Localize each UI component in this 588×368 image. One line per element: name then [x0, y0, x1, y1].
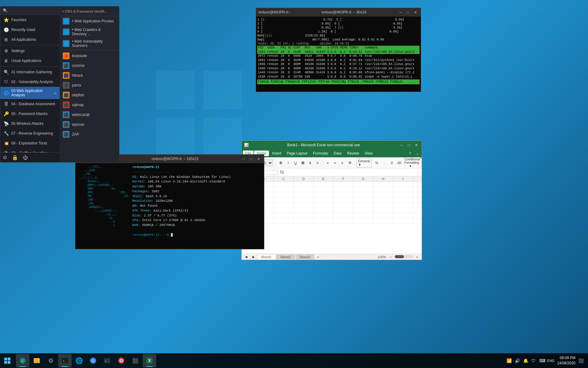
col-header-j[interactable]: J — [413, 176, 422, 181]
sheet-prev-button[interactable]: ◀ — [243, 255, 250, 259]
cell-d4[interactable] — [294, 197, 314, 202]
cell-h1[interactable] — [373, 182, 393, 186]
merge-button[interactable]: ⊞ — [346, 160, 353, 165]
cell-j7[interactable] — [413, 213, 422, 218]
cell-j1[interactable] — [413, 182, 422, 186]
submenu-item-vuln-scanners[interactable]: 🌐 • Web Vulnerability Scanners — [60, 38, 119, 49]
app-item-sqlmap[interactable]: ⬛ sqlmap — [60, 100, 119, 110]
cell-h6[interactable] — [373, 208, 393, 213]
col-header-e[interactable]: E — [314, 176, 334, 181]
excel-help-icon[interactable]: ? — [407, 150, 413, 156]
taskbar-item-browser[interactable]: 🌐 — [72, 354, 86, 367]
cell-c2[interactable] — [274, 187, 294, 192]
sidebar-item-07[interactable]: 🔧 07 - Reverse Engineering — [0, 128, 60, 138]
sidebar-item-09[interactable]: 🕵 09 _ Sniffing Spoofing — [0, 148, 60, 152]
cell-d2[interactable] — [294, 187, 314, 192]
cell-i5[interactable] — [393, 202, 413, 207]
sidebar-item-06[interactable]: 📡 06 Wireless Attacks — [0, 119, 60, 128]
minimize-button[interactable]: ─ — [398, 9, 404, 15]
format-table-button[interactable]: Format asTable ▼ — [419, 157, 422, 168]
taskbar-item-browser2[interactable]: G — [86, 354, 100, 367]
app-item-commix[interactable]: ⬛ commix — [60, 61, 119, 71]
excel-menu-view[interactable]: View — [362, 151, 375, 156]
tray-volume-icon[interactable]: 🔊 — [514, 358, 521, 364]
cell-h8[interactable] — [373, 218, 393, 223]
cell-e4[interactable] — [314, 197, 334, 202]
cell-f8[interactable] — [334, 218, 353, 223]
zoom-slider[interactable] — [395, 255, 413, 258]
taskbar-item-excel[interactable]: X — [143, 354, 156, 367]
col-header-c[interactable]: C — [274, 176, 294, 181]
sidebar-item-04[interactable]: 🗄 04 - Database Assessment — [0, 99, 60, 109]
excel-close[interactable]: ✕ — [413, 142, 419, 148]
underline-button[interactable]: U — [292, 160, 299, 165]
app-item-zap[interactable]: ⬛ ZAP — [60, 129, 119, 139]
excel-menu-data[interactable]: Data — [331, 151, 344, 156]
percent-button[interactable]: % — [373, 160, 380, 165]
align-center-button[interactable]: ≡ — [332, 160, 338, 165]
cell-h2[interactable] — [373, 187, 393, 192]
submenu-header[interactable]: • CMS & Framework Identifi... — [60, 6, 119, 16]
sidebar-item-02[interactable]: 🛡 02 - Vulnerability Analysis — [0, 77, 60, 87]
cell-e2[interactable] — [314, 187, 334, 192]
taskbar-item-unknown[interactable]: ⬛ — [129, 354, 142, 367]
cell-g5[interactable] — [353, 202, 373, 207]
sidebar-item-01[interactable]: 🔍 01 Information Gathering — [0, 67, 60, 77]
sheet-next-button[interactable]: ▶ — [250, 255, 257, 259]
sheet-tab-2[interactable]: Sheet2 — [276, 254, 295, 259]
bold-button[interactable]: B — [277, 160, 284, 165]
tray-notification-area[interactable]: ⬛ — [578, 358, 584, 364]
conditional-format-button[interactable]: ConditionalFormatting ▼ — [403, 157, 418, 168]
cell-j8[interactable] — [413, 218, 422, 223]
cell-i8[interactable] — [393, 218, 413, 223]
search-input[interactable] — [9, 8, 57, 13]
cell-e5[interactable] — [314, 202, 334, 207]
submenu-item-crawlers[interactable]: 🌐 • Web Crawlers & Directory ... — [60, 26, 119, 38]
zoom-out-button[interactable]: ─ — [387, 255, 394, 259]
formula-input[interactable] — [286, 171, 420, 174]
cell-e1[interactable] — [314, 182, 334, 186]
app-item-paros[interactable]: ⬛ paros — [60, 80, 119, 90]
comma-button[interactable]: , — [381, 160, 387, 165]
term-bottom-maximize[interactable]: □ — [248, 156, 254, 162]
align-right-button[interactable]: ≡ — [339, 160, 346, 165]
excel-menu-insert[interactable]: Insert — [270, 151, 284, 156]
add-sheet-button[interactable]: + — [315, 255, 322, 259]
cell-i4[interactable] — [393, 197, 413, 202]
cell-c4[interactable] — [274, 197, 294, 202]
cell-g8[interactable] — [353, 218, 373, 223]
sidebar-item-all-apps[interactable]: ⊞ All Applications — [0, 35, 60, 44]
sidebar-item-favorites[interactable]: ⭐ Favorites — [0, 15, 60, 25]
sidebar-item-03[interactable]: 🌐 03 Web Application Analysis ▶ — [0, 87, 60, 99]
cell-d1[interactable] — [294, 182, 314, 186]
cell-h4[interactable] — [373, 197, 393, 202]
col-header-h[interactable]: H — [373, 176, 393, 181]
cell-j3[interactable] — [413, 192, 422, 197]
cell-f5[interactable] — [334, 202, 353, 207]
number-format-selector[interactable]: General ▼ — [356, 158, 371, 167]
excel-minimize[interactable]: ─ — [398, 142, 405, 148]
sidebar-item-recently-used[interactable]: 🕐 Recently Used — [0, 25, 60, 35]
excel-menu-page[interactable]: Page Layout — [284, 151, 310, 156]
zoom-in-button[interactable]: + — [414, 255, 420, 259]
sheet-tab-3[interactable]: Sheet3 — [296, 254, 314, 259]
cell-h5[interactable] — [373, 202, 393, 207]
cell-e7[interactable] — [314, 213, 334, 218]
cell-f1[interactable] — [334, 182, 353, 186]
cell-i7[interactable] — [393, 213, 413, 218]
tray-shield-icon[interactable]: 🛡 — [531, 358, 536, 364]
cell-c5[interactable] — [274, 202, 294, 207]
taskbar-item-terminal1[interactable]: $_ — [58, 354, 72, 367]
decimal-inc-button[interactable]: .0 — [388, 160, 395, 165]
start-button[interactable] — [0, 353, 15, 368]
cell-d5[interactable] — [294, 202, 314, 207]
cell-d8[interactable] — [294, 218, 314, 223]
cell-e8[interactable] — [314, 218, 334, 223]
tray-notify-icon[interactable]: 🔔 — [522, 358, 529, 364]
cell-g6[interactable] — [353, 208, 373, 213]
sidebar-item-usual[interactable]: 🖥 Usual Applications — [0, 56, 60, 66]
align-left-button[interactable]: ≡ — [324, 160, 331, 165]
tray-keyboard-icon[interactable]: ⌨ — [539, 358, 546, 364]
cell-f3[interactable] — [334, 192, 353, 197]
tray-network-icon[interactable]: 📶 — [506, 358, 512, 364]
